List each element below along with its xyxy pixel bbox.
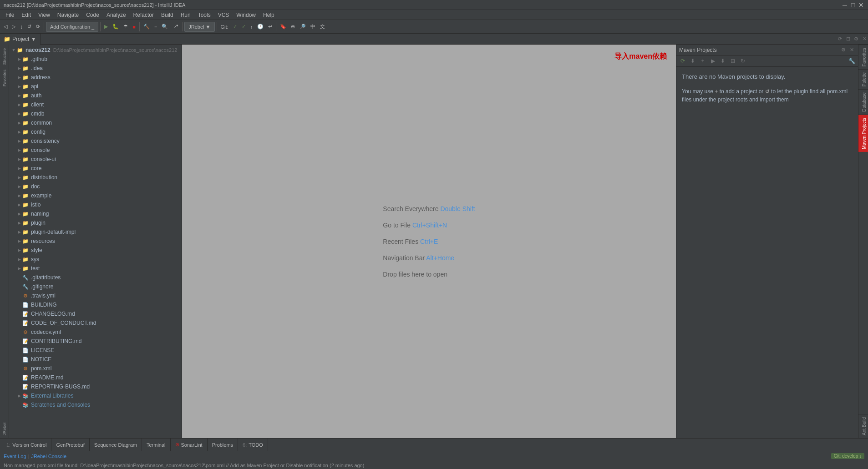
git-push-button[interactable]: ↑ (249, 22, 255, 32)
tree-item[interactable]: 📝CHANGELOG.md (9, 309, 182, 318)
run-with-coverage-button[interactable]: ☂ (122, 22, 130, 32)
git-update-button[interactable]: ✓ (240, 22, 248, 32)
tree-item[interactable]: ▶📁plugin (9, 218, 182, 227)
jrebel-tab[interactable]: JRebel (0, 421, 9, 437)
tree-item[interactable]: 📝CODE_OF_CONDUCT.md (9, 318, 182, 328)
panel-settings-button[interactable]: ⚙ (853, 35, 860, 43)
bottom-tab-sonar[interactable]: ⊗ SonarLint (171, 439, 208, 451)
tree-item[interactable]: ▶📁.github (9, 55, 182, 64)
git-rollback-button[interactable]: ↩ (266, 22, 274, 32)
tree-item[interactable]: ▶📁distribution (9, 173, 182, 182)
favorites-right-tab[interactable]: Favorites (858, 45, 868, 69)
maven-wrench-button[interactable]: 🔧 (847, 56, 856, 66)
tree-item[interactable]: ▶📁cmdb (9, 109, 182, 118)
menu-edit[interactable]: Edit (18, 11, 35, 19)
tree-item[interactable]: ▶📁doc (9, 182, 182, 191)
close-button[interactable]: ✕ (858, 2, 864, 8)
menu-vcs[interactable]: VCS (214, 11, 233, 19)
recent-files-button[interactable]: ↓ (18, 22, 25, 32)
menu-file[interactable]: File (2, 11, 18, 19)
tree-item[interactable]: ▶📁test (9, 264, 182, 273)
tree-item[interactable]: 📝README.md (9, 373, 182, 382)
tree-item[interactable]: 🔧.gitattributes (9, 273, 182, 282)
bottom-tab-version-control[interactable]: 1: Version Control (2, 439, 51, 451)
tree-item[interactable]: ▶📁client (9, 100, 182, 109)
tree-item[interactable]: ▶📁istio (9, 200, 182, 209)
git-history-button[interactable]: 🕐 (255, 22, 265, 32)
tree-item[interactable]: ▶📁address (9, 73, 182, 82)
maven-reimport-button[interactable]: ⬇ (688, 56, 697, 66)
database-right-tab[interactable]: Database (858, 89, 868, 115)
bottom-tab-problems[interactable]: Problems (208, 439, 238, 451)
back-button[interactable]: ◁ (2, 22, 9, 32)
palette-right-tab[interactable]: Palette (858, 69, 868, 89)
revert-button[interactable]: ↺ (25, 22, 33, 32)
maven-download-button[interactable]: ⬇ (718, 56, 727, 66)
tree-item[interactable]: ▶📁consistency (9, 136, 182, 146)
inspect-button[interactable]: 🔎 (298, 22, 308, 32)
tasks-button[interactable]: ≡ (152, 22, 159, 32)
tree-item[interactable]: ▶📁common (9, 118, 182, 127)
find-usages-button[interactable]: ⊕ (289, 22, 297, 32)
panel-close-button[interactable]: ✕ (861, 35, 868, 43)
bottom-tab-terminal[interactable]: Terminal (142, 439, 171, 451)
menu-help[interactable]: Help (259, 11, 278, 19)
stop-button[interactable]: ■ (131, 22, 137, 32)
jrebel-console-link[interactable]: JRebel Console (31, 454, 66, 459)
menu-analyze[interactable]: Analyze (103, 11, 130, 19)
bottom-tab-genprotobuf[interactable]: GenProtobuf (51, 439, 89, 451)
menu-window[interactable]: Window (233, 11, 259, 19)
maximize-button[interactable]: □ (850, 2, 856, 8)
tree-item[interactable]: ▶📁style (9, 246, 182, 255)
tree-item[interactable]: ⚙codecov.yml (9, 328, 182, 337)
tree-item[interactable]: ▶📁naming (9, 209, 182, 218)
vcs-button[interactable]: ⎇ (171, 22, 180, 32)
git-branch-indicator[interactable]: Git: develop ↓ (831, 453, 864, 459)
maven-lifecycle-button[interactable]: ↻ (738, 56, 747, 66)
ant-build-right-tab[interactable]: Ant Build (858, 414, 868, 438)
tree-item[interactable]: ⚙pom.xml (9, 364, 182, 373)
add-configuration-button[interactable]: Add Configuration _ (46, 22, 98, 32)
tree-item[interactable]: ▶📁plugin-default-impl (9, 227, 182, 237)
structure-tab[interactable]: Structure (0, 46, 9, 67)
maven-settings-button[interactable]: ⚙ (840, 46, 847, 54)
tree-item[interactable]: 📚Scratches and Consoles (9, 400, 182, 409)
build-button[interactable]: 🔨 (142, 22, 152, 32)
tree-item[interactable]: ▶📁api (9, 82, 182, 91)
panel-sync-button[interactable]: ⟳ (836, 35, 843, 43)
debug-button[interactable]: 🐛 (111, 22, 121, 32)
tree-item[interactable]: ▶📚External Libraries (9, 391, 182, 400)
menu-build[interactable]: Build (157, 11, 177, 19)
tree-item[interactable]: ▶📁core (9, 164, 182, 173)
tree-root[interactable]: ▼ 📁 nacos212 D:\ideaProject\mashibinProj… (9, 45, 182, 55)
sync-button[interactable]: ⟳ (34, 22, 42, 32)
tree-item[interactable]: ▶📁auth (9, 91, 182, 100)
maven-close-button[interactable]: ✕ (848, 46, 855, 54)
maven-run-button[interactable]: ▶ (708, 56, 717, 66)
tree-item[interactable]: 📝REPORTING-BUGS.md (9, 382, 182, 391)
maven-collapse-all-button[interactable]: ⊟ (728, 56, 737, 66)
menu-view[interactable]: View (35, 11, 54, 19)
favorites-tab-left[interactable]: Favorites (0, 68, 9, 88)
tree-item[interactable]: 📄LICENSE (9, 346, 182, 355)
tree-item[interactable]: ▶📁console (9, 146, 182, 155)
translate-button[interactable]: 中 (309, 22, 317, 32)
forward-button[interactable]: ▷ (10, 22, 17, 32)
event-log-link[interactable]: Event Log (4, 454, 26, 459)
menu-navigate[interactable]: Navigate (54, 11, 82, 19)
tree-item[interactable]: 🔧.gitignore (9, 282, 182, 291)
editor-area[interactable]: 导入maven依赖 Search Everywhere Double Shift… (182, 45, 676, 438)
minimize-button[interactable]: ─ (842, 2, 848, 8)
translate2-button[interactable]: 文 (318, 22, 327, 32)
tree-item[interactable]: ▶📁console-ui (9, 155, 182, 164)
menu-run[interactable]: Run (177, 11, 194, 19)
tree-item[interactable]: ▶📁resources (9, 237, 182, 246)
git-commit-button[interactable]: ✓ (231, 22, 239, 32)
search-button[interactable]: 🔍 (160, 22, 170, 32)
run-button[interactable]: ▶ (102, 22, 110, 32)
menu-code[interactable]: Code (82, 11, 103, 19)
tree-item[interactable]: ▶📁sys (9, 255, 182, 264)
bookmark-button[interactable]: 🔖 (278, 22, 288, 32)
bottom-tab-todo[interactable]: 6: TODO (238, 439, 268, 451)
menu-tools[interactable]: Tools (194, 11, 214, 19)
